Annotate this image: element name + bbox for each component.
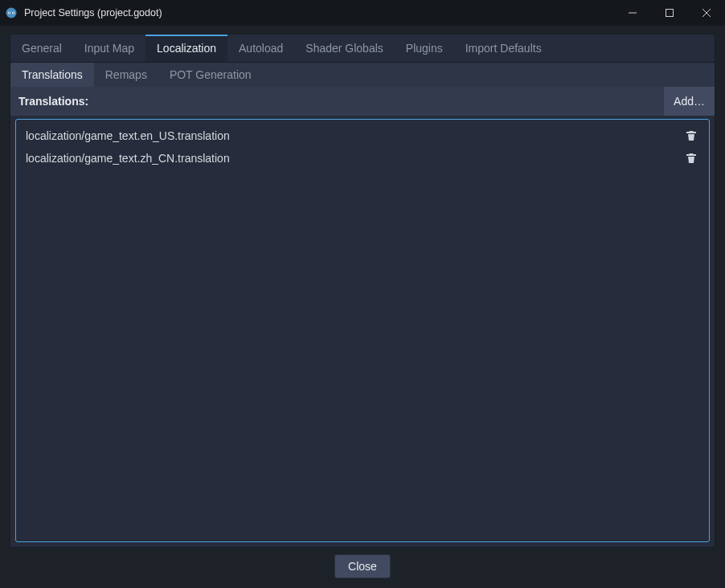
translation-row[interactable]: localization/game_text.zh_CN.translation (21, 147, 704, 169)
translation-path: localization/game_text.zh_CN.translation (26, 152, 683, 165)
dialog-footer: Close (10, 548, 715, 582)
maximize-button[interactable] (651, 0, 688, 26)
window-controls (614, 0, 725, 26)
app-icon (5, 6, 18, 19)
tab-input-map[interactable]: Input Map (73, 35, 145, 62)
window-title: Project Settings (project.godot) (24, 7, 614, 18)
tab-plugins[interactable]: Plugins (395, 35, 454, 62)
translation-path: localization/game_text.en_US.translation (26, 129, 683, 142)
settings-panel: General Input Map Localization Autoload … (10, 34, 715, 548)
subtab-translations[interactable]: Translations (10, 63, 94, 87)
trash-icon[interactable] (683, 150, 699, 166)
translations-list[interactable]: localization/game_text.en_US.translation… (15, 119, 710, 542)
titlebar: Project Settings (project.godot) (0, 0, 725, 26)
trash-icon[interactable] (683, 128, 699, 144)
svg-rect-6 (666, 10, 674, 17)
close-window-button[interactable] (688, 0, 725, 26)
tab-general[interactable]: General (10, 35, 73, 62)
tab-autoload[interactable]: Autoload (227, 35, 294, 62)
svg-point-3 (9, 12, 10, 14)
translation-row[interactable]: localization/game_text.en_US.translation (21, 125, 704, 147)
minimize-button[interactable] (614, 0, 651, 26)
add-translation-button[interactable]: Add… (664, 87, 715, 116)
main-tab-bar: General Input Map Localization Autoload … (10, 35, 715, 63)
project-settings-window: Project Settings (project.godot) General… (0, 0, 725, 588)
content-area: General Input Map Localization Autoload … (0, 26, 725, 588)
translations-header: Translations: Add… (10, 87, 715, 116)
subtab-remaps[interactable]: Remaps (94, 63, 158, 87)
tab-shader-globals[interactable]: Shader Globals (294, 35, 395, 62)
svg-point-0 (6, 8, 17, 18)
sub-tab-bar: Translations Remaps POT Generation (10, 63, 715, 87)
tab-import-defaults[interactable]: Import Defaults (454, 35, 553, 62)
subtab-pot-generation[interactable]: POT Generation (158, 63, 263, 87)
translations-label: Translations: (18, 95, 664, 108)
tab-localization[interactable]: Localization (145, 35, 227, 62)
close-button[interactable]: Close (334, 554, 391, 578)
svg-point-4 (13, 12, 14, 14)
